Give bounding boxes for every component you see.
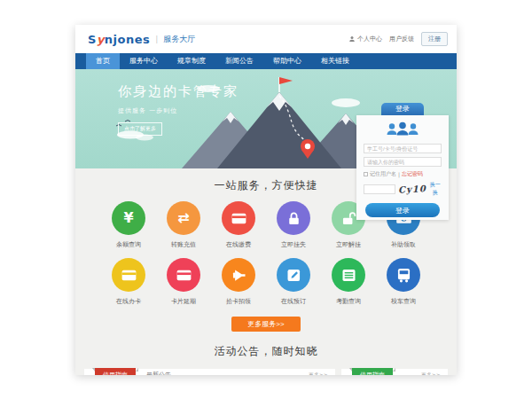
username-input[interactable]	[364, 144, 442, 153]
service-label: 在线缴费	[214, 240, 263, 249]
service-label: 立即解挂	[324, 240, 373, 249]
nav-item-rules[interactable]: 规章制度	[168, 53, 215, 69]
service-label: 补助领取	[379, 240, 428, 249]
site-name: 服务大厅	[163, 34, 195, 45]
service-circle	[277, 258, 310, 292]
service-label: 转账充值	[159, 240, 208, 249]
service-circle	[387, 258, 420, 292]
services-row-2: 在线办卡 卡片延期 拾卡招领 在线预订 考勤查询 校车查询	[75, 258, 457, 306]
login-divider: |	[398, 171, 400, 177]
unlock-icon	[340, 209, 358, 228]
service-label: 在线办卡	[104, 297, 153, 306]
main-nav: 首页 服务中心 规章制度 新闻公告 帮助中心 相关链接	[75, 53, 457, 69]
tab-latest-news[interactable]: 最新公告	[146, 368, 171, 375]
list-icon	[340, 266, 358, 285]
hero-banner: 你身边的卡管专家 提供服务 一步到位 点击了解更多 登录 记住用户名 | 忘记密…	[75, 69, 457, 168]
password-input[interactable]	[364, 157, 442, 167]
service-online-payment[interactable]: 在线缴费	[214, 201, 263, 249]
guide-panel-left: 使用指南 最新公告 更多>>	[84, 369, 335, 375]
service-online-card[interactable]: 在线办卡	[104, 258, 153, 306]
remember-checkbox[interactable]	[364, 172, 368, 176]
captcha-input[interactable]	[364, 184, 395, 194]
personal-center-link[interactable]: 个人中心	[348, 35, 382, 43]
service-circle	[222, 201, 255, 235]
yen-icon: ¥	[123, 211, 133, 225]
service-circle	[167, 258, 200, 292]
header-divider: |	[155, 35, 158, 43]
remember-label: 记住用户名	[370, 170, 396, 178]
service-circle	[277, 201, 310, 235]
service-circle: ¥	[112, 201, 145, 235]
captcha-image[interactable]: Cy10	[398, 184, 426, 195]
service-attendance[interactable]: 考勤查询	[324, 258, 373, 306]
tab-usage-guide[interactable]: 使用指南	[95, 368, 136, 375]
forgot-password-link[interactable]: 忘记密码	[402, 170, 423, 178]
announcements-section-title: 活动公告，随时知晓	[75, 344, 457, 359]
announcement-panels: 使用指南 最新公告 更多>> 使用指南 更多>>	[75, 369, 457, 375]
lock-icon	[285, 209, 303, 228]
card-icon	[230, 209, 248, 228]
nav-item-links[interactable]: 相关链接	[311, 53, 359, 69]
service-label: 校车查询	[379, 297, 428, 306]
service-found-card[interactable]: 拾卡招领	[214, 258, 263, 306]
nav-item-home[interactable]: 首页	[86, 53, 120, 69]
service-card-extension[interactable]: 卡片延期	[159, 258, 208, 306]
service-report-loss[interactable]: 立即挂失	[269, 201, 318, 249]
megaphone-icon	[230, 266, 248, 285]
transfer-icon: ⇄	[177, 211, 189, 225]
card-icon	[175, 266, 193, 285]
login-tab[interactable]: 登录	[381, 103, 424, 115]
logo[interactable]: Synjones	[88, 33, 150, 46]
service-circle	[112, 258, 145, 292]
guide-panel-right: 使用指南 更多>>	[341, 369, 448, 375]
service-online-booking[interactable]: 在线预订	[269, 258, 318, 306]
service-label: 考勤查询	[324, 297, 373, 306]
service-circle: ⇄	[167, 201, 200, 235]
more-link-left[interactable]: 更多>>	[309, 368, 328, 375]
login-submit-button[interactable]: 登录	[365, 203, 440, 217]
service-school-bus[interactable]: 校车查询	[379, 258, 428, 306]
hero-title: 你身边的卡管专家	[118, 83, 239, 100]
login-panel: 登录 记住用户名 | 忘记密码 Cy10 换一换 登录	[356, 115, 449, 220]
logo-accent: y	[97, 33, 105, 46]
service-label: 在线预订	[269, 297, 318, 306]
service-label: 余额查询	[104, 240, 153, 249]
service-circle	[332, 258, 365, 292]
register-button[interactable]: 注册	[421, 32, 448, 46]
nav-item-news[interactable]: 新闻公告	[215, 53, 263, 69]
tab-usage-guide-2[interactable]: 使用指南	[352, 368, 393, 375]
top-header: Synjones | 服务大厅 个人中心 用户反馈 注册	[75, 25, 457, 53]
more-services-button[interactable]: 更多服务>>	[231, 317, 301, 332]
service-balance-query[interactable]: ¥ 余额查询	[104, 201, 153, 249]
hero-subtitle: 提供服务 一步到位	[118, 106, 239, 115]
bus-icon	[395, 266, 413, 285]
service-transfer-recharge[interactable]: ⇄ 转账充值	[159, 201, 208, 249]
nav-item-help-center[interactable]: 帮助中心	[263, 53, 311, 69]
captcha-refresh-link[interactable]: 换一换	[429, 181, 442, 197]
service-label: 拾卡招领	[214, 297, 263, 306]
nav-item-service-center[interactable]: 服务中心	[120, 53, 168, 69]
portal-page: Synjones | 服务大厅 个人中心 用户反馈 注册 首页 服务中心 规章制…	[75, 25, 457, 375]
card-icon	[120, 266, 138, 285]
service-label: 卡片延期	[159, 297, 208, 306]
edit-icon	[285, 266, 303, 285]
users-avatar-icon	[385, 121, 420, 137]
hero-cta-button[interactable]: 点击了解更多	[118, 122, 162, 136]
person-icon	[348, 35, 356, 43]
user-feedback-link[interactable]: 用户反馈	[389, 35, 414, 43]
service-label: 立即挂失	[269, 240, 318, 249]
service-circle	[222, 258, 255, 292]
more-link-right[interactable]: 更多>>	[421, 368, 441, 375]
